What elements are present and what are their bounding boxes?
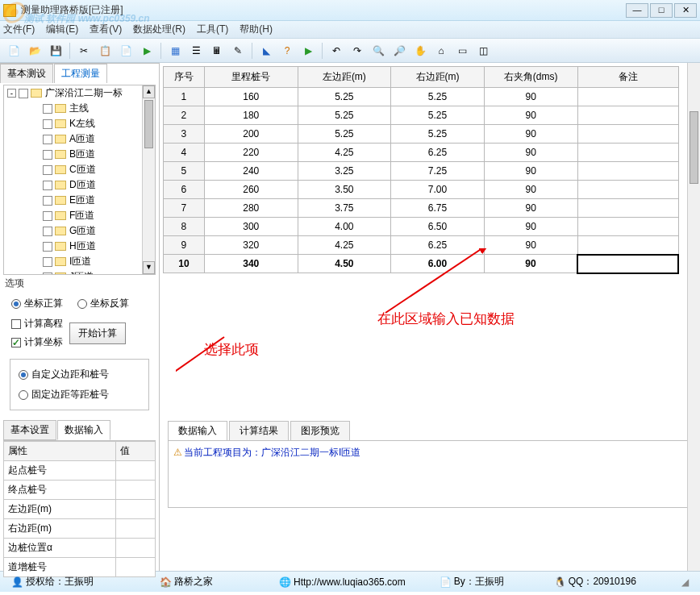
- list-icon[interactable]: ☰: [187, 42, 205, 60]
- tree-item[interactable]: G匝道: [4, 223, 155, 239]
- cell[interactable]: 240: [204, 162, 298, 181]
- cell[interactable]: 5.25: [391, 125, 485, 144]
- extra1-icon[interactable]: ▭: [453, 42, 471, 60]
- cell[interactable]: 4.25: [298, 236, 391, 255]
- table-row[interactable]: 11605.255.2590: [164, 88, 679, 106]
- tree-item[interactable]: A匝道: [4, 131, 155, 147]
- close-button[interactable]: ✕: [674, 3, 697, 18]
- table-row[interactable]: 93204.256.2590: [164, 236, 679, 255]
- cell[interactable]: 90: [484, 181, 577, 199]
- project-tree[interactable]: -广深沿江二期一标主线K左线A匝道B匝道C匝道D匝道E匝道F匝道G匝道H匝道I匝…: [3, 85, 156, 275]
- right-scrollbar[interactable]: [687, 63, 700, 571]
- cell[interactable]: 5.25: [391, 88, 485, 106]
- cell[interactable]: 340: [204, 255, 298, 273]
- table-row[interactable]: 42204.256.2590: [164, 144, 679, 162]
- check-calc-coord[interactable]: 计算坐标: [11, 335, 63, 349]
- cell[interactable]: [577, 218, 678, 236]
- table-row[interactable]: 72803.756.7590: [164, 199, 679, 218]
- cell[interactable]: 7.25: [391, 162, 485, 181]
- grid-icon[interactable]: ▦: [166, 42, 184, 60]
- tab-data-input-left[interactable]: 数据输入: [57, 420, 110, 440]
- radio-coord-forward[interactable]: 坐标正算: [11, 297, 63, 310]
- cell[interactable]: 3.75: [298, 199, 391, 218]
- tree-item[interactable]: -广深沿江二期一标: [4, 85, 155, 101]
- cell[interactable]: [577, 181, 678, 199]
- cell[interactable]: 280: [204, 199, 298, 218]
- cell[interactable]: 160: [204, 88, 298, 106]
- tab-result-graph[interactable]: 图形预览: [290, 421, 350, 440]
- tree-item[interactable]: D匝道: [4, 177, 155, 193]
- cell[interactable]: 6.75: [391, 199, 485, 218]
- table-row[interactable]: 32005.255.2590: [164, 125, 679, 144]
- cell[interactable]: [577, 162, 678, 181]
- cell[interactable]: 90: [484, 144, 577, 162]
- cell[interactable]: 6.50: [391, 218, 485, 236]
- start-calc-button[interactable]: 开始计算: [69, 322, 126, 344]
- cell[interactable]: 5.25: [298, 88, 391, 106]
- prop-value[interactable]: [116, 519, 156, 539]
- cell[interactable]: 7.00: [391, 181, 485, 199]
- prop-value[interactable]: [116, 500, 156, 519]
- tree-item[interactable]: E匝道: [4, 193, 155, 208]
- tree-item[interactable]: B匝道: [4, 147, 155, 162]
- menu-data[interactable]: 数据处理(R): [133, 23, 185, 36]
- cell[interactable]: [577, 255, 678, 273]
- cell[interactable]: [577, 144, 678, 162]
- menu-help[interactable]: 帮助(H): [240, 23, 273, 36]
- radio-fixed-dist[interactable]: 固定边距等距桩号: [19, 389, 109, 400]
- cell[interactable]: 90: [484, 125, 577, 144]
- undo-icon[interactable]: ↶: [327, 42, 345, 60]
- table-row[interactable]: 62603.507.0090: [164, 181, 679, 199]
- table-row[interactable]: 21805.255.2590: [164, 106, 679, 125]
- tab-basic-survey[interactable]: 基本测设: [0, 64, 53, 83]
- table-row[interactable]: 83004.006.5090: [164, 218, 679, 236]
- tree-item[interactable]: F匝道: [4, 208, 155, 223]
- cell[interactable]: 5.25: [298, 125, 391, 144]
- resize-grip-icon[interactable]: ◢: [681, 576, 689, 588]
- zoom-in-icon[interactable]: 🔍: [369, 42, 387, 60]
- tree-scrollbar[interactable]: ▲ ▼: [142, 85, 155, 274]
- cell[interactable]: 90: [484, 236, 577, 255]
- prop-value[interactable]: [116, 558, 156, 577]
- cell[interactable]: 3.50: [298, 181, 391, 199]
- radio-custom-dist[interactable]: 自定义边距和桩号: [19, 368, 109, 380]
- zoom-out-icon[interactable]: 🔎: [390, 42, 408, 60]
- redo-icon[interactable]: ↷: [348, 42, 366, 60]
- cell[interactable]: 220: [204, 144, 298, 162]
- pan-icon[interactable]: ✋: [411, 42, 429, 60]
- open-icon[interactable]: 📂: [26, 42, 44, 60]
- cell[interactable]: [577, 236, 678, 255]
- tab-result-calc[interactable]: 计算结果: [229, 421, 289, 440]
- url-text[interactable]: Http://www.luqiao365.com: [294, 576, 406, 588]
- menu-edit[interactable]: 编辑(E): [46, 23, 78, 36]
- prop-value[interactable]: [116, 481, 156, 500]
- run-icon[interactable]: ▶: [299, 42, 317, 60]
- cell[interactable]: 6.25: [391, 144, 485, 162]
- qq-text[interactable]: QQ：20910196: [569, 575, 636, 589]
- cell[interactable]: 90: [484, 255, 577, 273]
- calc-icon[interactable]: 🖩: [208, 42, 226, 60]
- cell[interactable]: 6.00: [391, 255, 485, 273]
- tree-item[interactable]: H匝道: [4, 239, 155, 254]
- tab-result-data[interactable]: 数据输入: [168, 421, 227, 440]
- cell[interactable]: 300: [204, 218, 298, 236]
- cell[interactable]: [577, 125, 678, 144]
- copy-icon[interactable]: 📋: [96, 42, 114, 60]
- menu-tools[interactable]: 工具(T): [197, 23, 228, 36]
- maximize-button[interactable]: □: [650, 3, 673, 18]
- tree-item[interactable]: K左线: [4, 116, 155, 131]
- extra2-icon[interactable]: ◫: [474, 42, 492, 60]
- cell[interactable]: 90: [484, 218, 577, 236]
- cell[interactable]: 180: [204, 106, 298, 125]
- cell[interactable]: 6.25: [391, 236, 485, 255]
- check-calc-height[interactable]: 计算高程: [11, 317, 63, 331]
- play-icon[interactable]: ▶: [138, 42, 156, 60]
- cell[interactable]: 5.25: [298, 106, 391, 125]
- home-icon[interactable]: ⌂: [432, 42, 450, 60]
- tab-basic-settings[interactable]: 基本设置: [3, 420, 56, 440]
- cell[interactable]: 90: [484, 162, 577, 181]
- cell[interactable]: 90: [484, 88, 577, 106]
- minimize-button[interactable]: —: [626, 3, 648, 18]
- home-text[interactable]: 路桥之家: [174, 575, 213, 589]
- cell[interactable]: 320: [204, 236, 298, 255]
